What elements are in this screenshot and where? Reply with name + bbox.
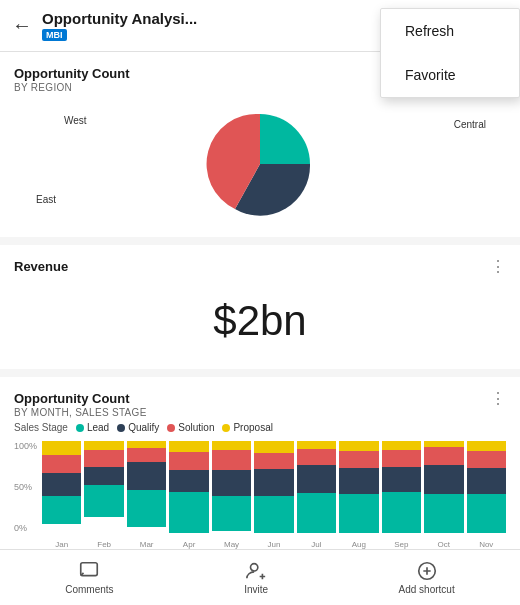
bar-segment-solution	[297, 449, 336, 465]
bar-segment-qualify	[297, 465, 336, 493]
bar-segment-lead	[467, 494, 506, 533]
bar-segment-solution	[339, 451, 378, 469]
card-more-button[interactable]: ⋮	[490, 259, 506, 275]
bar-group: Mar	[127, 441, 166, 533]
bar-segment-qualify	[424, 465, 463, 494]
bar-group: Nov	[467, 441, 506, 533]
svg-point-1	[251, 564, 258, 571]
bar-segment-lead	[254, 496, 293, 533]
comments-icon	[78, 560, 100, 582]
nav-add-shortcut-label: Add shortcut	[399, 584, 455, 595]
card-title: Revenue	[14, 259, 68, 274]
legend-lead-label: Lead	[87, 422, 109, 433]
sales-stage-label: Sales Stage	[14, 422, 68, 433]
qualify-dot	[117, 424, 125, 432]
bottom-navigation: Comments Invite Add shortcut	[0, 549, 520, 605]
y-label-0: 0%	[14, 523, 37, 533]
revenue-card: Revenue ⋮ $2bn	[0, 245, 520, 369]
y-label-100: 100%	[14, 441, 37, 451]
bar-segment-qualify	[127, 462, 166, 490]
bar-segment-lead	[42, 496, 81, 524]
bar-segment-qualify	[467, 468, 506, 494]
x-axis-label: Sep	[394, 540, 408, 549]
bar-segment-lead	[127, 490, 166, 527]
legend-lead: Lead	[76, 422, 109, 433]
bar-segment-lead	[297, 493, 336, 533]
bar-segment-solution	[424, 447, 463, 465]
x-axis-label: Jan	[55, 540, 68, 549]
bar-group: Oct	[424, 441, 463, 533]
bar-segment-solution	[169, 452, 208, 470]
bar-segment-lead	[424, 494, 463, 533]
card-title: Opportunity Count	[14, 391, 147, 406]
x-axis-label: Mar	[140, 540, 154, 549]
bar-segment-solution	[254, 453, 293, 469]
x-axis-label: Nov	[479, 540, 493, 549]
bar-group: Apr	[169, 441, 208, 533]
bar-segment-lead	[212, 496, 251, 531]
favorite-menu-item[interactable]: Favorite	[381, 53, 519, 97]
add-shortcut-icon	[416, 560, 438, 582]
legend-proposal: Proposal	[222, 422, 272, 433]
pie-label-east: East	[36, 194, 56, 205]
nav-comments-label: Comments	[65, 584, 113, 595]
main-content: Opportunity Count BY REGION ⋮ West Centr…	[0, 52, 520, 549]
opportunity-count-month-card: Opportunity Count BY MONTH, SALES STAGE …	[0, 377, 520, 549]
context-menu: Refresh Favorite	[380, 8, 520, 98]
bar-group: Aug	[339, 441, 378, 533]
bar-segment-proposal	[382, 441, 421, 450]
bar-segment-lead	[169, 492, 208, 533]
bar-segment-solution	[84, 450, 123, 467]
bar-segment-solution	[212, 450, 251, 470]
bar-segment-proposal	[297, 441, 336, 449]
card-subtitle: BY MONTH, SALES STAGE	[14, 407, 147, 418]
bar-segment-proposal	[169, 441, 208, 452]
bar-segment-lead	[84, 485, 123, 517]
bar-segment-lead	[339, 494, 378, 533]
nav-invite-label: Invite	[244, 584, 268, 595]
nav-comments[interactable]: Comments	[65, 560, 113, 595]
nav-invite[interactable]: Invite	[244, 560, 268, 595]
bar-segment-proposal	[467, 441, 506, 451]
lead-dot	[76, 424, 84, 432]
bar-segment-qualify	[254, 469, 293, 496]
legend-qualify-label: Qualify	[128, 422, 159, 433]
bar-segment-solution	[42, 455, 81, 473]
pie-label-west: West	[64, 115, 87, 126]
bar-segment-qualify	[84, 467, 123, 485]
bar-segment-proposal	[212, 441, 251, 450]
bar-group: Jun	[254, 441, 293, 533]
card-more-button[interactable]: ⋮	[490, 391, 506, 407]
bar-group: Sep	[382, 441, 421, 533]
bar-segment-proposal	[254, 441, 293, 453]
bar-segment-qualify	[42, 473, 81, 496]
card-subtitle: BY REGION	[14, 82, 130, 93]
legend-solution: Solution	[167, 422, 214, 433]
bar-segment-proposal	[127, 441, 166, 448]
pie-chart: West Central East	[14, 97, 506, 227]
card-header: Revenue ⋮	[14, 259, 506, 275]
bar-segment-qualify	[169, 470, 208, 493]
bar-segment-qualify	[212, 470, 251, 496]
back-button[interactable]: ←	[12, 14, 32, 37]
revenue-value: $2bn	[14, 279, 506, 359]
bar-group: Jan	[42, 441, 81, 533]
x-axis-label: Apr	[183, 540, 195, 549]
bar-group: Feb	[84, 441, 123, 533]
refresh-menu-item[interactable]: Refresh	[381, 9, 519, 53]
invite-icon	[245, 560, 267, 582]
legend-solution-label: Solution	[178, 422, 214, 433]
bar-segment-qualify	[382, 467, 421, 493]
card-header: Opportunity Count BY MONTH, SALES STAGE …	[14, 391, 506, 418]
bar-segment-lead	[382, 492, 421, 532]
nav-add-shortcut[interactable]: Add shortcut	[399, 560, 455, 595]
bar-segment-solution	[467, 451, 506, 468]
x-axis-label: May	[224, 540, 239, 549]
bar-segment-solution	[382, 450, 421, 467]
page-title: Opportunity Analysi...	[42, 10, 242, 27]
solution-dot	[167, 424, 175, 432]
y-label-50: 50%	[14, 482, 37, 492]
proposal-dot	[222, 424, 230, 432]
bar-chart: 100% 50% 0% JanFebMarAprMayJunJulAugSepO…	[14, 441, 506, 549]
pie-chart-svg	[180, 104, 340, 224]
